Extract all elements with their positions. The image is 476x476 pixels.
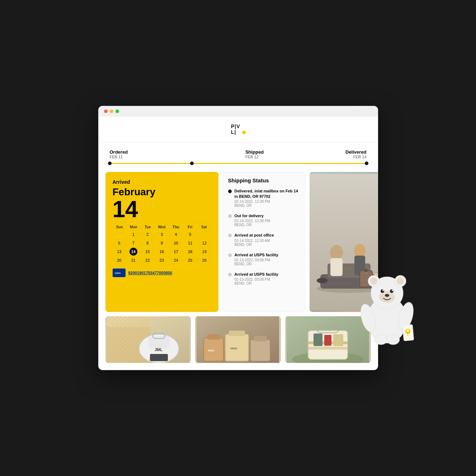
bottom-img-svg-2: RSO HGA	[197, 316, 279, 363]
tracking-number[interactable]: 92001901755477000856	[128, 271, 172, 275]
cal-cell: 19	[201, 248, 208, 256]
svg-rect-62	[404, 326, 413, 339]
status-item-date-2: 02-14-2022, 12:30 AM	[235, 239, 274, 243]
calendar-grid: 1 2 3 4 5 6 7 8 9 10 11 12	[113, 230, 211, 264]
timeline-dot-shipped	[190, 162, 194, 165]
svg-point-66	[387, 335, 400, 345]
svg-rect-37	[254, 336, 267, 341]
usps-icon: USPS	[113, 269, 126, 277]
cal-cell: 1	[129, 230, 137, 238]
status-item-title-4: Arrived at USPS facility	[235, 272, 278, 277]
ordered-label: Ordered FEB 11	[110, 149, 128, 159]
svg-rect-43	[308, 347, 348, 350]
status-item-date-4: 02-13-2022, 03:08 PM	[235, 277, 278, 281]
svg-rect-28	[150, 354, 168, 361]
shipping-status-title: Shipping Status	[228, 177, 300, 183]
calendar: Sun Mon Tue Wed Thu Fri Sat 1 2 3	[113, 225, 211, 264]
close-dot[interactable]	[104, 109, 108, 113]
status-item-location-0: BEND, OR	[235, 204, 300, 207]
status-info-3: Arrived at USPS facility 02-13-2022, 03:…	[235, 252, 278, 266]
logo-bar: P|V L|	[98, 117, 378, 143]
ordered-title: Ordered	[110, 149, 128, 155]
cal-cell: 18	[186, 248, 194, 256]
svg-point-56	[382, 290, 384, 291]
status-item-3: Arrived at USPS facility 02-13-2022, 03:…	[228, 252, 300, 266]
bottom-img-svg-3	[287, 316, 369, 363]
logo-svg: P|V L|	[230, 122, 247, 137]
svg-point-60	[396, 301, 414, 332]
status-item-location-2: BEND, OR	[235, 243, 274, 247]
cal-cell: 9	[158, 239, 166, 247]
shipping-status-card: Shipping Status Delivered, in/at mailbox…	[223, 172, 305, 312]
bottom-image-2: RSO HGA	[195, 316, 281, 363]
main-content-grid: Arrived February 14 Sun Mon Tue Wed Thu …	[98, 172, 378, 316]
cal-cell: 16	[158, 248, 166, 256]
cal-cell: 23	[158, 256, 166, 264]
status-item-location-4: BEND, OR	[235, 281, 278, 285]
cal-cell	[115, 230, 123, 238]
svg-text:USPS: USPS	[115, 272, 121, 274]
status-item-date-3: 02-13-2022, 03:08 PM	[235, 258, 278, 262]
shipped-date: FEB 12	[245, 155, 264, 159]
svg-point-53	[379, 291, 395, 303]
cal-sat: Sat	[197, 225, 211, 229]
svg-point-57	[392, 290, 393, 291]
status-item-4: Arrived at USPS facility 02-13-2022, 03:…	[228, 272, 300, 285]
expand-dot[interactable]	[116, 109, 119, 113]
cal-cell: 5	[186, 230, 194, 238]
timeline-dot-ordered	[108, 162, 112, 165]
cal-cell: 13	[115, 248, 123, 256]
svg-rect-45	[324, 335, 331, 346]
status-item-location-1: BEND, OR	[235, 223, 270, 227]
cal-cell: 4	[172, 230, 180, 238]
fashion-image-svg	[310, 174, 378, 310]
browser-window: P|V L| Ordered FEB 11 Shipped FEB 12 Del…	[98, 106, 378, 370]
calendar-header: Sun Mon Tue Wed Thu Fri Sat	[113, 225, 211, 229]
cal-cell: 20	[115, 256, 123, 264]
svg-rect-31	[207, 334, 220, 340]
bottom-image-3	[285, 316, 371, 363]
svg-rect-36	[250, 340, 270, 361]
status-item-title-0: Delivered, in/at mailbox on Feb 14 in BE…	[235, 188, 300, 199]
status-dot-inactive-2	[228, 234, 232, 237]
cal-cell: 11	[186, 239, 194, 247]
cal-cell: 21	[129, 256, 137, 264]
svg-point-2	[242, 131, 246, 134]
status-item-date-1: 02-14-2022, 12:38 PM	[235, 219, 270, 223]
svg-text:JML: JML	[155, 347, 162, 352]
svg-point-58	[385, 294, 389, 297]
cal-cell: 6	[115, 239, 123, 247]
minimize-dot[interactable]	[110, 109, 113, 113]
svg-rect-25	[148, 336, 170, 349]
svg-rect-34	[229, 331, 245, 336]
browser-bar	[98, 106, 378, 117]
status-info-2: Arrived at post office 02-14-2022, 12:30…	[235, 233, 274, 246]
cal-cell: 10	[172, 239, 180, 247]
status-dot-active	[228, 190, 232, 193]
status-item-1: Out for delivery 02-14-2022, 12:38 PM BE…	[228, 213, 300, 227]
svg-point-52	[397, 277, 404, 285]
svg-point-63	[405, 329, 410, 334]
svg-text:P|V: P|V	[231, 123, 240, 129]
shipped-title: Shipped	[245, 149, 264, 155]
timeline-section: Ordered FEB 11 Shipped FEB 12 Delivered …	[98, 143, 378, 166]
product-image-card	[310, 172, 378, 312]
status-item-2: Arrived at post office 02-14-2022, 12:30…	[228, 233, 300, 246]
shipped-label: Shipped FEB 12	[245, 149, 264, 159]
cal-cell: 2	[143, 230, 151, 238]
tracking-row: USPS 92001901755477000856	[113, 269, 211, 277]
svg-point-54	[381, 289, 384, 293]
svg-text:L|: L|	[231, 129, 236, 135]
svg-rect-61	[402, 325, 414, 341]
bottom-image-1: JML	[105, 316, 191, 363]
timeline-dot-delivered	[365, 162, 368, 165]
cal-cell: 22	[143, 256, 151, 264]
delivered-title: Delivered	[345, 149, 367, 155]
cal-cell: 3	[158, 230, 166, 238]
status-info: Out for delivery 02-14-2022, 12:38 PM BE…	[235, 213, 270, 227]
bottom-images: JML RSO	[98, 316, 378, 370]
timeline-bar	[110, 160, 367, 166]
svg-text:HGA: HGA	[231, 347, 237, 350]
cal-cell: 15	[143, 248, 151, 256]
cal-tue: Tue	[141, 225, 155, 229]
